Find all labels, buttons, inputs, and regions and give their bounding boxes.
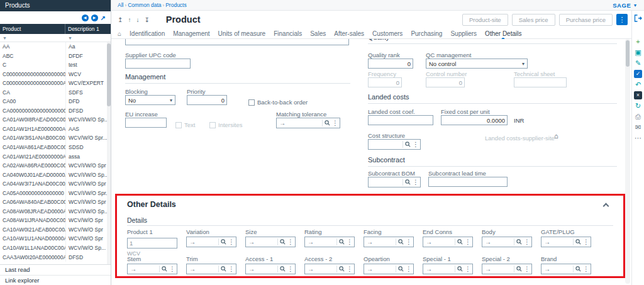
cost-structure-lookup[interactable]: ⋮ <box>368 139 421 150</box>
table-row[interactable]: CA08AW08JRAEAD0000AWCV/I/W/O Sp... <box>0 207 111 216</box>
magnifier-icon[interactable] <box>575 266 581 272</box>
message-icon[interactable]: ✉ <box>633 123 643 132</box>
first-record-icon[interactable]: ↥ <box>118 16 123 23</box>
goto-arrow-icon[interactable]: → <box>426 238 432 245</box>
reference-lookup-field[interactable]: →⋮ <box>186 237 236 247</box>
tab-customers[interactable]: Customers <box>372 30 402 37</box>
home-tab-icon[interactable]: ⌂ <box>118 30 121 37</box>
control-number-input[interactable] <box>426 77 465 87</box>
link-explorer-section[interactable]: Link explorer <box>0 275 111 285</box>
table-row[interactable]: ABCDFDF <box>0 52 111 61</box>
magnifier-icon[interactable] <box>339 266 345 272</box>
goto-arrow-icon[interactable]: → <box>189 238 196 245</box>
save-check-icon[interactable]: ✓ <box>634 70 642 78</box>
table-row[interactable]: CA10AW1U1ANAD00000AWCV/W/O Spr <box>0 234 111 243</box>
reference-lookup-field[interactable]: →⋮ <box>186 264 236 274</box>
kebab-menu-icon[interactable]: ⋮ <box>228 265 235 272</box>
fixed-cost-input[interactable] <box>441 115 508 125</box>
magnifier-icon[interactable] <box>405 179 411 185</box>
reference-lookup-field[interactable]: →⋮ <box>276 118 340 128</box>
goto-arrow-icon[interactable]: → <box>189 265 196 272</box>
blocking-select[interactable]: No ▾ <box>125 95 175 105</box>
table-row[interactable]: CA05A000000000000000WCV/I/W/O Spr... <box>0 189 111 198</box>
tab-sales[interactable]: Sales <box>310 30 326 37</box>
content-scrollbar-thumb[interactable] <box>626 40 630 67</box>
qc-management-select[interactable]: No control ▾ <box>426 59 528 69</box>
next-record-icon[interactable]: ↓ <box>136 16 139 23</box>
table-row[interactable]: C0000000000000000000AWCV/EXPERT <box>0 79 111 88</box>
magnifier-icon[interactable] <box>516 239 522 245</box>
goto-arrow-icon[interactable]: → <box>248 265 255 272</box>
goto-arrow-icon[interactable]: → <box>367 238 373 245</box>
tab-purchasing[interactable]: Purchasing <box>411 30 442 37</box>
magnifier-icon[interactable] <box>325 120 330 126</box>
eu-increase-input[interactable] <box>125 118 167 128</box>
tab-suppliers[interactable]: Suppliers <box>450 30 477 37</box>
more-icon[interactable]: ⋯ <box>633 133 643 143</box>
next-page-icon[interactable]: ▶ <box>91 14 98 21</box>
tab-identification[interactable]: Identification <box>130 30 165 37</box>
frequency-input[interactable] <box>368 77 402 87</box>
table-row[interactable]: CA00DFD <box>0 97 111 106</box>
goto-arrow-icon[interactable]: → <box>367 265 373 272</box>
reference-lookup-field[interactable]: ⋮ <box>368 139 421 150</box>
breadcrumb-item-common-data[interactable]: Common data <box>128 2 161 8</box>
breadcrumb-item-products[interactable]: Products <box>165 2 187 8</box>
tab-financials[interactable]: Financials <box>274 30 302 37</box>
previous-record-icon[interactable]: ↑ <box>128 16 131 23</box>
tab-units-of-measure[interactable]: Units of measure <box>218 30 266 37</box>
table-row[interactable]: CAA3AW0I20AE0000000ADFSD <box>0 253 111 262</box>
matching-tolerance-lookup[interactable]: →⋮ <box>276 118 340 128</box>
subcontract-lead-input[interactable] <box>428 177 508 187</box>
tab-other-details[interactable]: Other Details <box>485 30 521 37</box>
partial-top-field[interactable] <box>125 39 349 45</box>
magnifier-icon[interactable] <box>516 266 522 272</box>
left-panel-scrollbar[interactable] <box>107 42 111 264</box>
goto-arrow-icon[interactable]: → <box>279 120 286 126</box>
expand-panel-icon[interactable]: ↗ <box>101 14 106 21</box>
tab-after-sales[interactable]: After-sales <box>334 30 364 37</box>
reference-lookup-field[interactable]: →⋮ <box>245 237 296 247</box>
intersites-checkbox[interactable] <box>209 122 216 128</box>
left-panel-scrollbar-thumb[interactable] <box>107 43 111 106</box>
table-row[interactable]: CA01AWI21AE00000000Aassa <box>0 152 111 162</box>
reference-lookup-field[interactable]: ⋮ <box>368 177 421 187</box>
kebab-menu-icon[interactable]: ⋮ <box>228 238 235 245</box>
filter-funnel-icon[interactable]: ▼ <box>68 36 72 40</box>
table-row[interactable]: CA10AW0I21AEAB00C00AWCV/W/O Spr <box>0 225 111 235</box>
column-header-product[interactable]: Product <box>0 24 65 34</box>
goto-arrow-icon[interactable]: → <box>130 265 136 272</box>
table-row[interactable]: CA08AW1IJRANAD00C00AWCV/W/O Spr <box>0 216 111 225</box>
magnifier-icon[interactable] <box>457 266 463 272</box>
kebab-menu-icon[interactable]: ⋮ <box>524 265 530 272</box>
supplier-upc-input[interactable] <box>125 59 191 69</box>
table-row[interactable]: CA01AWA861AEAB00C00ASDSD <box>0 143 111 152</box>
table-row[interactable]: C00000000000000000000WCV <box>0 70 111 79</box>
kebab-menu-icon[interactable]: ⋮ <box>287 265 294 272</box>
table-row[interactable]: CA040W0J01AEAD00000AWCV/I/W/O Sp... <box>0 170 111 180</box>
magnifier-icon[interactable] <box>575 239 581 245</box>
table-row[interactable]: CA04AW3I71ANAD00C00AWCV/I/W/O Spr <box>0 179 111 189</box>
goto-arrow-icon[interactable]: → <box>308 238 314 245</box>
kebab-menu-icon[interactable]: ⋮ <box>406 238 412 245</box>
table-row[interactable]: AAAa <box>0 42 111 52</box>
magnifier-icon[interactable] <box>405 142 411 147</box>
site-home-icon[interactable]: ⌂ <box>554 132 558 140</box>
kebab-menu-icon[interactable]: ⋮ <box>413 179 419 186</box>
reference-lookup-field[interactable]: →⋮ <box>304 237 355 247</box>
add-icon[interactable]: + <box>633 37 643 47</box>
goto-arrow-icon[interactable]: → <box>544 238 550 245</box>
kebab-menu-icon[interactable]: ⋮ <box>524 238 530 245</box>
filter-funnel-icon[interactable]: ▼ <box>3 36 7 40</box>
table-row[interactable]: CA01AW0I8RAEAD00C00AWCV/I/W/O Sp... <box>0 115 111 125</box>
kebab-menu-icon[interactable]: ⋮ <box>583 238 589 245</box>
magnifier-icon[interactable] <box>280 266 286 272</box>
subcontract-bom-lookup[interactable]: ⋮ <box>368 177 421 187</box>
table-row[interactable]: CA06AWA840AEAB00C00AWCV/I/W/O Spr <box>0 198 111 207</box>
table-row[interactable]: CA10AW1L1ANAD00C00AWCV/W/O Sp... <box>0 243 111 253</box>
reference-lookup-field[interactable]: →⋮ <box>423 264 473 274</box>
goto-arrow-icon[interactable]: → <box>308 265 314 272</box>
goto-arrow-icon[interactable]: → <box>485 238 491 245</box>
magnifier-icon[interactable] <box>398 239 404 245</box>
kebab-menu-icon[interactable]: ⋮ <box>347 265 353 272</box>
